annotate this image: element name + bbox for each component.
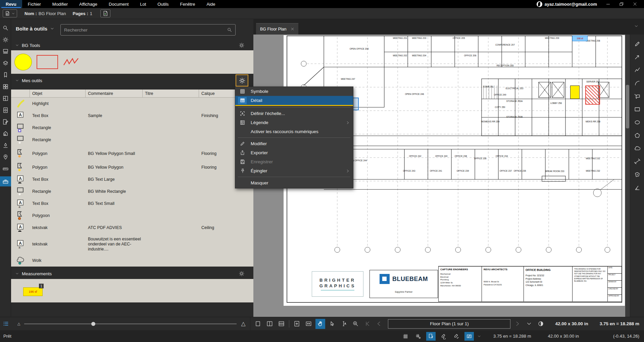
tool-row-polygon[interactable]: PolygonBG Yellow PolygonFlooring <box>11 161 253 173</box>
rail-item-bookmarks[interactable] <box>0 71 10 79</box>
pen-check-button[interactable] <box>452 332 461 341</box>
context-menu-item-d-tail[interactable]: Détail <box>235 96 353 105</box>
rail-item-spaces[interactable] <box>0 94 10 102</box>
section-measurements[interactable]: Measurements <box>11 269 253 278</box>
tool-row-rectangle[interactable]: Rectangle <box>11 122 253 134</box>
tool-row-rectangle[interactable]: RectangleBG White Rectangle <box>11 185 253 197</box>
section-my-tools[interactable]: Mes outils <box>11 76 253 85</box>
fit-width-button[interactable] <box>304 319 313 329</box>
zoom-slider-track[interactable] <box>24 324 237 324</box>
tool-row-tekstvak[interactable]: AatekstvakBouwuitzet is een essentieel o… <box>11 234 253 254</box>
column-commentaire[interactable]: Commentaire <box>86 90 143 97</box>
select-button[interactable] <box>327 319 337 329</box>
my-tools-gear-button[interactable] <box>236 74 248 87</box>
next-page-button[interactable] <box>512 319 522 329</box>
tool-row-tekstvak[interactable]: AtekstvakATC PDF ADVIESCeiling <box>11 222 253 234</box>
rail-item-area[interactable] <box>632 171 642 179</box>
restore-button[interactable] <box>619 2 624 6</box>
rail-item-polygon[interactable] <box>632 131 642 139</box>
snap-grid-button[interactable] <box>413 332 423 341</box>
panel-collapse-chevron-icon[interactable] <box>634 24 639 28</box>
reuse-page-button[interactable] <box>426 332 436 341</box>
insert-page-button[interactable] <box>100 9 110 17</box>
rail-item-model-3d[interactable] <box>0 129 10 137</box>
tool-row-wolk[interactable]: Wolk <box>11 254 253 267</box>
rail-item-file-access[interactable] <box>0 106 10 114</box>
context-menu-item-d-finir-l-chelle-[interactable]: Définir l'échelle... <box>235 109 353 118</box>
close-button[interactable] <box>633 2 637 6</box>
rail-item-places[interactable] <box>0 153 10 161</box>
menu-affichage[interactable]: Affichage <box>73 0 103 8</box>
menu-document[interactable]: Document <box>103 0 134 8</box>
tab-bg-floor-plan[interactable]: BG Floor Plan <box>256 23 298 35</box>
rail-item-cloud[interactable] <box>632 145 642 153</box>
panel-title-dropdown[interactable]: Boîte à outils <box>16 26 54 32</box>
tool-row-polygon[interactable]: PolygonBG Yellow Polygon SmallFlooring <box>11 146 253 161</box>
tool-row-rectangle[interactable]: Rectangle <box>11 134 253 146</box>
vertical-scrollbar[interactable] <box>625 35 630 317</box>
context-menu-item-enregistrer[interactable]: Enregistrer <box>235 157 353 166</box>
menu-fenêtre[interactable]: Fenêtre <box>175 0 201 8</box>
rail-item-length[interactable] <box>632 158 642 166</box>
single-page-button[interactable] <box>253 319 263 329</box>
rail-item-layers[interactable] <box>0 59 10 67</box>
tool-row-polygoon[interactable]: Polygoon <box>11 210 253 222</box>
page-setup-dropdown[interactable] <box>3 9 17 17</box>
context-menu-item-symbole[interactable]: Symbole <box>235 87 353 96</box>
section-bg-tools[interactable]: BG Tools <box>11 41 253 50</box>
rail-item-pencil[interactable] <box>632 40 642 48</box>
tool-chip-red-rectangle[interactable] <box>37 55 58 69</box>
stamp-pen-button[interactable] <box>439 332 448 341</box>
rail-item-angle[interactable] <box>632 184 642 192</box>
page-navigation-field[interactable]: Floor Plan (1 sur 1) <box>388 319 510 329</box>
rail-item-callout[interactable] <box>632 92 642 100</box>
menu-fichier[interactable]: Fichier <box>22 0 47 8</box>
chevron-down-button[interactable] <box>524 319 534 329</box>
menu-modifier[interactable]: Modifier <box>47 0 73 8</box>
tool-row-text-box[interactable]: AaText BoxBG Text Small <box>11 197 253 210</box>
first-page-button[interactable] <box>362 319 372 329</box>
column-titre[interactable]: Titre <box>143 90 199 97</box>
tool-row-highlight[interactable]: Highlight <box>11 98 253 110</box>
minimize-button[interactable] <box>606 2 610 6</box>
context-menu-item-l-gende[interactable]: Légende <box>235 118 353 127</box>
sync-button[interactable] <box>464 332 474 341</box>
context-menu-item--pingler[interactable]: Épingler <box>235 166 353 175</box>
select-text-button[interactable] <box>339 319 349 329</box>
context-menu-item-activer-les-raccourcis-num-riques[interactable]: Activer les raccourcis numériques <box>235 127 353 136</box>
tool-chip-yellow-ellipse[interactable] <box>14 54 32 70</box>
pan-button[interactable] <box>315 319 325 329</box>
rail-item-calibrate[interactable] <box>0 141 10 149</box>
menu-revu[interactable]: Revu <box>0 0 22 8</box>
markup-area-measurement[interactable]: 198 sf <box>572 36 588 41</box>
zoom-slider-thumb[interactable] <box>91 322 95 326</box>
rail-item-markups-list[interactable] <box>0 118 10 126</box>
menu-outils[interactable]: Outils <box>152 0 174 8</box>
prev-page-button[interactable] <box>374 319 384 329</box>
zoom-in-triangle-icon[interactable]: △ <box>241 320 245 327</box>
rail-item-arrow[interactable] <box>632 53 642 61</box>
context-menu-item-masquer[interactable]: Masquer <box>235 178 353 187</box>
rail-item-toolbox[interactable] <box>0 176 11 186</box>
grid-button[interactable] <box>401 332 410 341</box>
markup-yellow-rectangle[interactable] <box>570 86 580 99</box>
bg-tools-gear-icon[interactable] <box>239 42 245 48</box>
multi-page-button[interactable] <box>265 319 275 329</box>
rail-item-polyline[interactable] <box>632 66 642 74</box>
rail-item-screen[interactable] <box>0 47 10 55</box>
rail-item-measure[interactable] <box>0 165 10 173</box>
account[interactable]: ayaz.taimoor@gmail.com <box>537 1 597 7</box>
tool-chip-red-squiggle[interactable] <box>63 57 80 67</box>
tool-row-text-box[interactable]: AText BoxBG Text Large <box>11 173 253 185</box>
menu-aide[interactable]: Aide <box>201 0 221 8</box>
detail-list-icon[interactable] <box>3 321 9 327</box>
rail-item-arc[interactable] <box>632 79 642 87</box>
markup-red-hatch-rectangle[interactable] <box>585 86 600 105</box>
zoom-in-button[interactable] <box>351 319 360 329</box>
measurement-tool-chip[interactable]: 196 sf 1 <box>23 287 43 296</box>
search-input[interactable] <box>61 27 227 33</box>
rail-item-thumbnails[interactable] <box>0 82 10 91</box>
tab-close-icon[interactable] <box>291 27 294 31</box>
split-view-button[interactable] <box>277 319 286 329</box>
rail-item-rectangle[interactable] <box>632 105 642 113</box>
